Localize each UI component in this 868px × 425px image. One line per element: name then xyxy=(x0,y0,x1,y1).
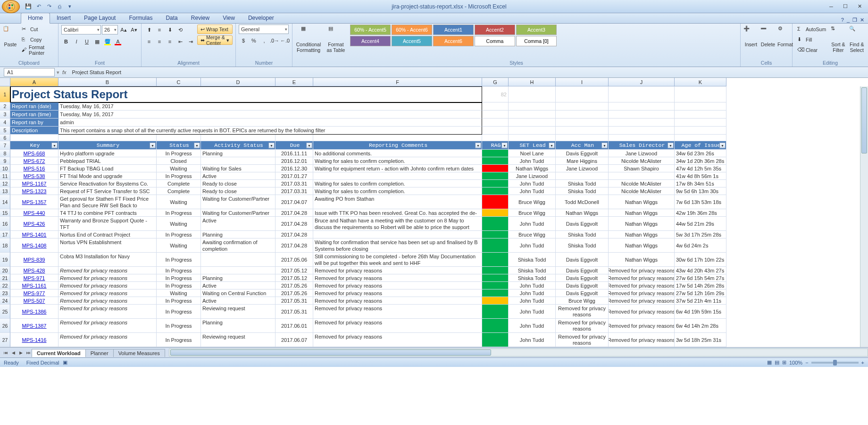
qat-undo-icon[interactable]: ↶ xyxy=(35,3,42,10)
director-cell[interactable]: Nicolde McAlister xyxy=(609,157,675,165)
accman-cell[interactable]: Mare Higgins xyxy=(556,157,609,165)
col-header-A[interactable]: A xyxy=(10,78,58,86)
comments-cell[interactable]: Waiting for confirmation that service ha… xyxy=(313,238,482,253)
font-size-combo[interactable]: 26 xyxy=(102,25,118,34)
ribbon-tab-page-layout[interactable]: Page Layout xyxy=(77,13,122,23)
align-center-icon[interactable]: ≡ xyxy=(155,37,164,46)
row-header-3[interactable]: 3 xyxy=(0,110,10,119)
due-cell[interactable]: 2016.12.30 xyxy=(275,165,313,172)
director-cell[interactable]: Removed for privacy reasons xyxy=(609,267,675,274)
accman-cell[interactable]: Shiska Todd xyxy=(556,238,609,253)
cell-styles-gallery[interactable]: 60% - Accent560% - Accent6Accent1Accent2… xyxy=(350,25,557,46)
lead-cell[interactable]: Bruce Wigg xyxy=(509,231,556,238)
filter-icon[interactable]: ▼ xyxy=(601,142,608,148)
age-cell[interactable]: 37w 5d 21h 4m 11s xyxy=(675,297,726,305)
border-button[interactable]: ▦ xyxy=(92,37,102,46)
activity-cell[interactable]: Planning xyxy=(201,231,275,238)
lead-cell[interactable]: Shiska Todd xyxy=(509,274,556,282)
age-cell[interactable]: 4w 6d 24m 2s xyxy=(675,238,726,253)
col-header-E[interactable]: E xyxy=(275,78,313,86)
ribbon-tab-developer[interactable]: Developer xyxy=(242,13,281,23)
activity-cell[interactable]: Active xyxy=(201,172,275,180)
status-cell[interactable]: In Progress xyxy=(157,282,201,289)
comments-cell[interactable]: Awaiting PO from Stathan xyxy=(313,195,482,209)
age-cell[interactable]: 27w 5d 12h 16m 29s xyxy=(675,289,726,297)
filter-icon[interactable]: ▼ xyxy=(306,142,312,148)
meta-label[interactable]: Report ran (time) xyxy=(10,110,58,119)
rag-cell[interactable] xyxy=(482,165,509,172)
rag-cell[interactable] xyxy=(482,195,509,209)
col-header-I[interactable]: I xyxy=(556,78,609,86)
clear-button[interactable]: ⌫Clear xyxy=(795,45,828,55)
select-all[interactable] xyxy=(0,78,10,86)
due-cell[interactable]: 2017.03.31 xyxy=(275,180,313,187)
director-cell[interactable]: Nathan Wiggs xyxy=(609,217,675,231)
format-painter-button[interactable]: 🖌Format Painter xyxy=(20,45,55,55)
row-header-26[interactable]: 26 xyxy=(0,319,10,333)
comments-cell[interactable]: Issue with TTK PO has been resolved. Gre… xyxy=(313,209,482,217)
issue-key-link[interactable]: MPS-1408 xyxy=(10,238,58,253)
issue-key-link[interactable]: MPS-440 xyxy=(10,209,58,217)
rag-cell[interactable] xyxy=(482,217,509,231)
director-cell[interactable] xyxy=(609,172,675,180)
due-cell[interactable]: 2016.12.01 xyxy=(275,157,313,165)
activity-cell[interactable]: Awaiting confirmation of completion xyxy=(201,238,275,253)
autosum-button[interactable]: ΣAutoSum xyxy=(795,25,828,34)
lead-cell[interactable]: John Tudd xyxy=(509,157,556,165)
bold-button[interactable]: B xyxy=(61,37,71,46)
report-title[interactable]: Project Status Report xyxy=(10,86,482,102)
summary-cell[interactable]: Hydro platform upgrade xyxy=(58,150,157,157)
issue-key-link[interactable]: MPS-977 xyxy=(10,289,58,297)
row-header-17[interactable]: 17 xyxy=(0,231,10,238)
summary-cell[interactable]: Removed for privacy reasons xyxy=(58,289,157,297)
due-cell[interactable]: 2017.04.07 xyxy=(275,195,313,209)
age-cell[interactable]: 34w 1d 20h 36m 28s xyxy=(675,157,726,165)
sheet-tab-current-workload[interactable]: Current Workload xyxy=(32,349,86,357)
rag-cell[interactable] xyxy=(482,289,509,297)
issue-key-link[interactable]: MPS-507 xyxy=(10,297,58,305)
activity-cell[interactable] xyxy=(201,157,275,165)
accman-cell[interactable]: Shiska Todd xyxy=(556,187,609,195)
name-box[interactable]: A1 xyxy=(4,68,55,76)
comments-cell[interactable]: Removed for privacy reasons xyxy=(313,267,482,274)
style-accent3[interactable]: Accent3 xyxy=(516,25,557,35)
activity-cell[interactable]: Reviewing request xyxy=(201,333,275,347)
row-header-4[interactable]: 4 xyxy=(0,119,10,127)
format-button[interactable]: ⚙Format xyxy=(777,25,793,47)
lead-cell[interactable]: Noel Lane xyxy=(509,150,556,157)
style-accent5[interactable]: Accent5 xyxy=(392,36,432,46)
row-header-7[interactable]: 7 xyxy=(0,141,10,150)
summary-cell[interactable]: Removed for privacy reasons xyxy=(58,267,157,274)
summary-cell[interactable]: Nortus End of Contract Project xyxy=(58,231,157,238)
lead-cell[interactable]: Jane Lizwood xyxy=(509,172,556,180)
director-cell[interactable]: Removed for privacy reasons xyxy=(609,319,675,333)
rag-cell[interactable] xyxy=(482,180,509,187)
age-cell[interactable]: 6w 4d 14h 2m 28s xyxy=(675,319,726,333)
activity-cell[interactable]: Planning xyxy=(201,274,275,282)
comments-cell[interactable] xyxy=(313,231,482,238)
style-accent4[interactable]: Accent4 xyxy=(350,36,391,46)
due-cell[interactable]: 2017.04.28 xyxy=(275,209,313,217)
comments-cell[interactable]: Waiting for sales to confirm completion. xyxy=(313,187,482,195)
insert-button[interactable]: ➕Insert xyxy=(743,25,759,47)
formula-input[interactable]: Project Status Report xyxy=(69,68,868,76)
lead-cell[interactable]: Bruce Wigg xyxy=(509,209,556,217)
worksheet[interactable]: ABCDEFGHIJK1Project Status Report822Repo… xyxy=(0,78,868,347)
row-header-21[interactable]: 21 xyxy=(0,274,10,282)
row-header-20[interactable]: 20 xyxy=(0,267,10,274)
ribbon-tab-formulas[interactable]: Formulas xyxy=(122,13,159,23)
summary-cell[interactable]: Removed for privacy reasons xyxy=(58,333,157,347)
table-header-key[interactable]: Key▼ xyxy=(10,141,58,150)
window-restore-icon[interactable]: ❐ xyxy=(852,17,857,23)
table-header-due[interactable]: Due▼ xyxy=(275,141,313,150)
percent-icon[interactable]: % xyxy=(249,36,259,45)
comments-cell[interactable]: Waiting for sales to confirm completion. xyxy=(313,157,482,165)
ribbon-tab-insert[interactable]: Insert xyxy=(50,13,77,23)
status-cell[interactable]: In Progress xyxy=(157,209,201,217)
rag-cell[interactable] xyxy=(482,274,509,282)
qat-print-icon[interactable]: ⎙ xyxy=(56,3,63,10)
table-header-status[interactable]: Status▼ xyxy=(157,141,201,150)
director-cell[interactable]: Shawn Shapiro xyxy=(609,165,675,172)
summary-cell[interactable]: Removed for privacy reasons xyxy=(58,297,157,305)
lead-cell[interactable]: John Tudd xyxy=(509,319,556,333)
